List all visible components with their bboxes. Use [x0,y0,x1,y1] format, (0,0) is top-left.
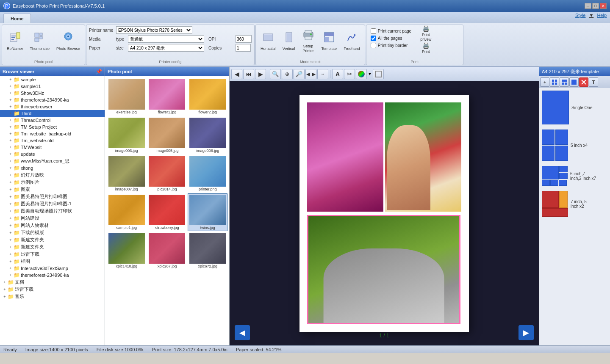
photo-thumb[interactable]: image003.jpg [107,116,147,154]
canvas-photo-flower[interactable] [307,102,383,212]
photo-grid[interactable]: exercise.jpgflower1.jpgflower2.jpgimage0… [105,76,229,345]
pan-left-button[interactable]: ◄► [305,69,316,79]
template-button[interactable]: Template [319,27,340,55]
canvas-photo-cats[interactable] [307,215,460,324]
zoom-fit-button[interactable]: ⊕ [282,69,293,79]
tree-item[interactable]: +📁Tm_website-old [0,137,105,144]
template-single-button[interactable] [569,77,579,87]
paper-size-select[interactable]: A4 210 x 297 毫米 [128,44,204,52]
maximize-button[interactable]: □ [592,3,599,9]
template-item-single[interactable]: Single One [541,90,608,125]
forward-button[interactable]: ▶ [255,69,266,79]
border-button[interactable] [373,69,384,79]
tree-item[interactable]: +📁thineyebrowser [0,103,105,110]
photo-thumb[interactable]: flower1.jpg [147,78,187,116]
tree-item[interactable]: +📁Show3DHz [0,90,105,97]
template-list[interactable]: Single One 5 inch x4 [539,88,610,345]
window-controls[interactable]: ─ □ ✕ [585,3,607,9]
tree-item[interactable]: +📁themeforest-234990-ka [0,97,105,103]
template-delete-button[interactable] [579,77,588,87]
template-item-mix[interactable]: 6 inch,7inch,2 inch x7 [541,165,608,187]
tree-item[interactable]: +📁TM Setup Project [0,124,105,130]
photo-thumb[interactable]: strawberry.jpg [147,193,187,231]
printer-name-select[interactable]: EPSON Stylus Photo R270 Series [116,26,192,34]
template-item-two-red[interactable]: 7 inch, 5inch x2 [541,190,608,218]
photo-thumb[interactable]: image006.jpg [188,116,227,154]
tree-item[interactable]: +📁Third [0,110,105,117]
all-pages-checkbox[interactable] [371,36,376,41]
renamer-button[interactable]: ReNamer [4,27,26,55]
photo-thumb[interactable]: flower2.jpg [188,78,227,116]
rewind-button[interactable]: ⏮ [243,69,254,79]
canvas-photo-kids[interactable] [385,102,461,212]
tree-container[interactable]: +📁sample+📁sample11+📁Show3DHz+📁themefores… [0,76,105,345]
photo-thumb[interactable]: xpic672.jpg [188,232,227,270]
photo-thumb[interactable]: printer.png [188,155,227,193]
print-current-checkbox[interactable] [371,28,376,34]
tree-item[interactable]: +📁xitong [0,165,105,171]
photo-thumb[interactable]: xpic1410.jpg [107,232,147,270]
tree-item[interactable]: +📁图美易特照片打印样图-1 [0,200,105,207]
thumb-size-button[interactable]: Thumb size [27,27,53,55]
template-add-button[interactable]: + [540,77,549,87]
zoom-in-button[interactable]: 🔍 [270,69,281,79]
tree-item[interactable]: +📁文档 [0,279,105,286]
horizatal-button[interactable]: Horizatal [258,27,279,55]
print-preview-button[interactable]: 🖨️ Print privew [415,27,437,40]
tree-item[interactable]: +📁ThreadControl [0,117,105,124]
tree-item[interactable]: +📁Tm_website_backup-old [0,130,105,137]
scissors-button[interactable]: ✂ [344,69,355,79]
tree-item[interactable]: +📁网站人物素材 [0,222,105,229]
photo-browse-button[interactable]: Photo Browse [53,27,83,55]
tree-item[interactable]: +📁sample11 [0,83,105,90]
tree-item[interactable]: +📁图案 [0,186,105,193]
tree-item[interactable]: +📁示例图片 [0,179,105,186]
photo-thumb[interactable]: twins.jpg [188,193,227,231]
tree-item[interactable]: +📁迅雷下载 [0,251,105,258]
nav-prev-button[interactable]: ◀ [235,325,250,340]
tree-item[interactable]: +📁新建文件夹 [0,243,105,251]
tree-item[interactable]: +📁下载的模版 [0,229,105,236]
back-button[interactable]: ◀ [231,69,242,79]
nav-next-button[interactable]: ▶ [518,325,534,340]
media-type-select[interactable]: 普通纸 [128,35,204,43]
color-arrow[interactable]: ▼ [368,72,372,76]
template-grid2-button[interactable] [560,77,569,87]
tree-item[interactable]: +📁样图 [0,258,105,265]
tree-item[interactable]: +📁幻灯片放映 [0,171,105,179]
copies-input[interactable] [236,44,251,52]
template-grid1-button[interactable] [550,77,559,87]
tab-home[interactable]: Home [3,14,31,23]
photo-thumb[interactable]: image007.jpg [107,155,147,193]
minimize-button[interactable]: ─ [585,3,591,9]
opi-input[interactable] [236,35,252,43]
photo-thumb[interactable]: image005.jpg [147,116,187,154]
template-item-four[interactable]: 5 inch x4 [541,129,608,162]
photo-thumb[interactable]: sample1.jpg [107,193,147,231]
tree-item[interactable]: +📁网站建设 [0,215,105,222]
tree-item[interactable]: +📁themeforest-234990-ka [0,272,105,279]
pan-right-button[interactable]: ↔ [317,69,328,79]
tree-item[interactable]: +📁图美易特照片打印样图 [0,193,105,200]
print-button[interactable]: 🖨️ Print [415,41,437,55]
freehand-button[interactable]: Freehand [341,27,363,55]
tree-item[interactable]: +📁update [0,151,105,157]
vertical-button[interactable]: Vertical [280,27,298,55]
tree-item[interactable]: +📁www.MissYuan.com_思 [0,157,105,165]
tree-item[interactable]: +📁图美自动现场照片打印软 [0,207,105,215]
help-link[interactable]: Help [597,13,607,18]
tree-item[interactable]: +📁音乐 [0,293,105,300]
tree-item[interactable]: +📁Interactive3dTextSamp [0,265,105,272]
photo-thumb[interactable]: pic2814.jpg [147,155,187,193]
tree-item[interactable]: +📁迅雷下载 [0,286,105,293]
text-button[interactable]: A [332,69,343,79]
print-border-checkbox[interactable] [371,43,376,48]
close-button[interactable]: ✕ [600,3,607,9]
photo-thumb[interactable]: exercise.jpg [107,78,147,116]
setup-printer-button[interactable]: SetupPrinter [299,27,318,55]
photo-thumb[interactable]: xpic267.jpg [147,232,187,270]
tree-item[interactable]: +📁sample [0,76,105,83]
color-picker-button[interactable] [356,69,367,79]
tree-item[interactable]: +📁TMWebsit [0,144,105,151]
pin-icon[interactable]: 📌 [96,69,102,74]
